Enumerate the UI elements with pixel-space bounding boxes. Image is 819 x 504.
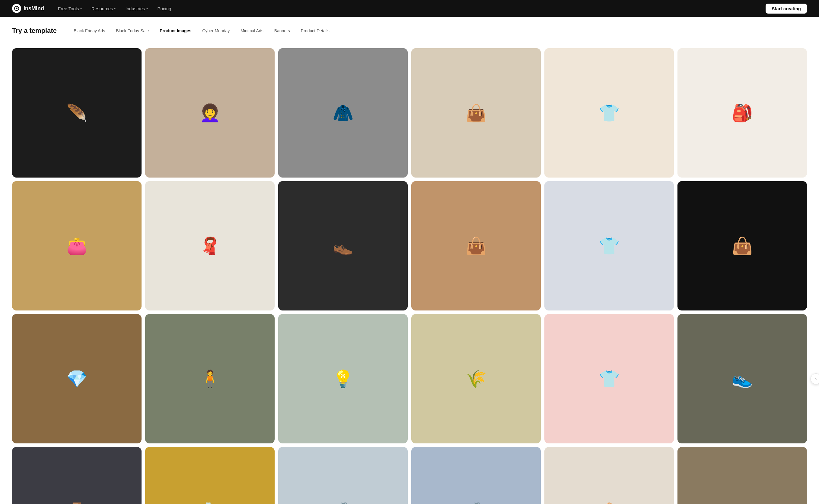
tab-black-friday-sale[interactable]: Black Friday Sale [111, 27, 153, 35]
tab-cyber-monday[interactable]: Cyber Monday [197, 27, 235, 35]
template-item[interactable]: 🧴 [278, 447, 408, 504]
tab-product-images[interactable]: Product Images [155, 27, 196, 35]
tab-black-friday-ads[interactable]: Black Friday Ads [69, 27, 110, 35]
template-item[interactable]: 💎 [12, 314, 141, 443]
template-item[interactable]: 🎒 [678, 48, 807, 178]
template-item[interactable]: 👕 [544, 181, 674, 310]
template-grid: 🪶👩‍🦱🧥👜👕🎒👛🧣👞👜👕👜💎🧍💡🌾👕👟⌚🧦🧴🧴👜👟🍶🧴 [12, 48, 807, 504]
template-item[interactable]: 👩‍🦱 [145, 48, 275, 178]
template-item[interactable]: 👕 [544, 48, 674, 178]
template-item[interactable]: ⌚ [12, 447, 141, 504]
nav-pricing[interactable]: Pricing [153, 4, 175, 14]
template-item[interactable]: 🧍 [145, 314, 275, 443]
navbar: insMind Free Tools ▾ Resources ▾ Industr… [0, 0, 819, 17]
template-item[interactable]: 🪶 [12, 48, 141, 178]
template-grid-wrapper: 🪶👩‍🦱🧥👜👕🎒👛🧣👞👜👕👜💎🧍💡🌾👕👟⌚🧦🧴🧴👜👟🍶🧴 › [0, 48, 819, 504]
template-item[interactable]: 🧦 [145, 447, 275, 504]
chevron-down-icon: ▾ [80, 7, 82, 10]
template-item[interactable]: 👜 [411, 48, 541, 178]
template-item[interactable]: 👜 [678, 181, 807, 310]
section-title: Try a template [12, 27, 57, 35]
nav-free-tools[interactable]: Free Tools ▾ [54, 4, 86, 14]
next-arrow-button[interactable]: › [811, 373, 819, 384]
template-item[interactable]: 👛 [12, 181, 141, 310]
chevron-down-icon: ▾ [146, 7, 148, 10]
start-creating-button[interactable]: Start creating [766, 4, 807, 14]
template-item[interactable]: 🧣 [145, 181, 275, 310]
tab-banners[interactable]: Banners [270, 27, 295, 35]
template-item[interactable]: 🌾 [411, 314, 541, 443]
template-item[interactable]: 👜 [411, 181, 541, 310]
template-item[interactable]: 👟 [678, 447, 807, 504]
logo-svg [14, 6, 19, 11]
logo-text: insMind [24, 5, 44, 12]
template-item[interactable]: 👜 [544, 447, 674, 504]
template-tabs: Black Friday Ads Black Friday Sale Produ… [69, 27, 334, 35]
template-item[interactable]: 💡 [278, 314, 408, 443]
template-item[interactable]: 👟 [678, 314, 807, 443]
template-item[interactable]: 👞 [278, 181, 408, 310]
logo-icon [12, 4, 21, 13]
template-item[interactable]: 🧴 [411, 447, 541, 504]
nav-resources[interactable]: Resources ▾ [87, 4, 120, 14]
tab-product-details[interactable]: Product Details [296, 27, 334, 35]
nav-industries[interactable]: Industries ▾ [121, 4, 152, 14]
nav-links: Free Tools ▾ Resources ▾ Industries ▾ Pr… [54, 4, 766, 14]
template-section: Try a template Black Friday Ads Black Fr… [0, 17, 819, 48]
template-item[interactable]: 👕 [544, 314, 674, 443]
chevron-down-icon: ▾ [114, 7, 115, 10]
tab-minimal-ads[interactable]: Minimal Ads [236, 27, 268, 35]
template-header: Try a template Black Friday Ads Black Fr… [12, 27, 807, 35]
template-item[interactable]: 🧥 [278, 48, 408, 178]
logo[interactable]: insMind [12, 4, 44, 13]
